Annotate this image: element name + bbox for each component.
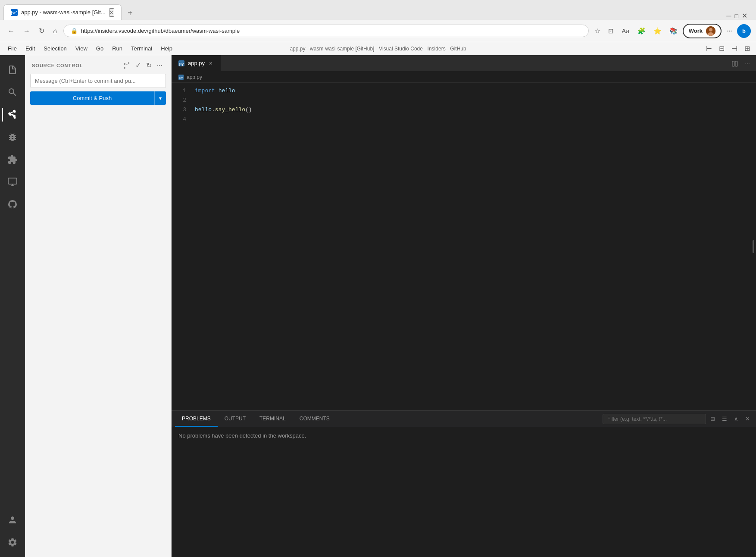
panel-area: PROBLEMS OUTPUT TERMINAL COMMENTS ⊟ ☰ ∧ … (172, 410, 756, 557)
address-text: https://insiders.vscode.dev/github/dbaeu… (81, 28, 582, 34)
profile-avatar (706, 26, 715, 36)
svg-text:b: b (742, 28, 746, 34)
sidebar-action-check[interactable]: ✓ (134, 60, 143, 70)
commit-push-container: Commit & Push ▾ (30, 91, 166, 105)
commit-message-input[interactable] (30, 74, 166, 88)
nav-icons-right: ☆ ⊡ Aa 🧩 ⭐ 📚 Work ··· b (592, 24, 751, 38)
vscode-tab-icon: {'>'} (11, 9, 18, 16)
no-problems-message: No problems have been detected in the wo… (178, 432, 306, 439)
sidebar-action-branch[interactable] (122, 60, 132, 70)
activity-remote[interactable] (2, 172, 23, 192)
sidebar: SOURCE CONTROL ✓ ↻ ··· Commit & Push ▾ (25, 55, 172, 557)
commit-push-button[interactable]: Commit & Push (30, 91, 154, 105)
sidebar-title: SOURCE CONTROL (32, 63, 83, 68)
nav-collections[interactable]: 📚 (667, 25, 680, 37)
svg-rect-15 (735, 61, 737, 66)
panel-tab-terminal[interactable]: TERMINAL (253, 411, 293, 427)
browser-tab-title: app.py - wasm-wasi-sample [Git... (21, 9, 106, 16)
nav-split[interactable]: ⊡ (606, 25, 616, 37)
nav-back[interactable]: ← (5, 25, 17, 37)
breadcrumb-file[interactable]: py app.py (178, 74, 202, 80)
sidebar-action-more[interactable]: ··· (155, 60, 164, 70)
menu-file[interactable]: File (3, 44, 21, 53)
panel-tab-comments[interactable]: COMMENTS (293, 411, 337, 427)
panel-tab-actions: ⊟ ☰ ∧ ✕ (603, 411, 753, 427)
nav-refresh[interactable]: ↻ (36, 25, 47, 37)
layout-sidebar-toggle[interactable]: ⊢ (703, 44, 715, 53)
activity-explorer[interactable] (2, 59, 23, 80)
code-line-4: 4 (172, 115, 756, 124)
code-editor[interactable]: 1 import hello 2 3 hello.say_hello() 4 (172, 83, 756, 410)
nav-favorites[interactable]: ⭐ (651, 25, 664, 37)
commit-push-dropdown[interactable]: ▾ (154, 91, 166, 105)
new-tab-button[interactable]: + (123, 6, 137, 20)
nav-home[interactable]: ⌂ (50, 25, 60, 37)
activity-settings[interactable] (2, 532, 23, 553)
svg-rect-14 (732, 61, 734, 66)
panel-content: No problems have been detected in the wo… (172, 427, 756, 557)
editor-tab-apppy[interactable]: py app.py × (172, 55, 221, 71)
bing-button[interactable]: b (737, 24, 751, 38)
menu-help[interactable]: Help (156, 44, 177, 53)
editor-tab-bar: py app.py × ··· (172, 55, 756, 72)
tab-split-editor[interactable] (729, 58, 740, 68)
panel-up-btn[interactable]: ∧ (731, 414, 741, 424)
work-profile[interactable]: Work (683, 24, 722, 38)
tab-more[interactable]: ··· (742, 58, 753, 69)
panel-close-btn[interactable]: ✕ (743, 414, 753, 424)
svg-point-6 (13, 111, 16, 113)
layout-more[interactable]: ⊞ (742, 44, 753, 53)
python-file-icon: py (178, 60, 184, 67)
editor-area: py app.py × ··· (172, 55, 756, 557)
code-line-3: 3 hello.say_hello() (172, 105, 756, 115)
window-minimize[interactable]: ─ (726, 12, 731, 20)
panel-collapse-btn[interactable]: ⊟ (708, 414, 718, 424)
layout-sidebar-right[interactable]: ⊣ (729, 44, 740, 53)
breadcrumb: py app.py (172, 72, 756, 83)
svg-text:py: py (179, 62, 184, 66)
vscode-container: SOURCE CONTROL ✓ ↻ ··· Commit & Push ▾ (0, 55, 756, 557)
activity-github[interactable] (2, 194, 23, 215)
menu-selection[interactable]: Selection (39, 44, 71, 53)
menu-run[interactable]: Run (108, 44, 127, 53)
nav-extensions[interactable]: 🧩 (635, 25, 648, 37)
menu-edit[interactable]: Edit (21, 44, 39, 53)
activity-search[interactable] (2, 82, 23, 103)
activity-extensions[interactable] (2, 149, 23, 170)
sidebar-action-refresh[interactable]: ↻ (144, 60, 153, 70)
nav-more[interactable]: ··· (724, 25, 734, 37)
menu-go[interactable]: Go (92, 44, 108, 53)
scroll-indicator (753, 240, 754, 253)
svg-rect-9 (8, 178, 17, 184)
layout-panel-toggle[interactable]: ⊟ (716, 44, 727, 53)
menu-bar: File Edit Selection View Go Run Terminal… (0, 42, 756, 55)
address-bar[interactable]: 🔒 https://insiders.vscode.dev/github/dba… (63, 25, 589, 37)
browser-tab-close[interactable]: × (109, 8, 114, 17)
svg-point-8 (13, 117, 16, 119)
activity-debug[interactable] (2, 127, 23, 147)
activity-account[interactable] (2, 510, 23, 530)
panel-filter-input[interactable] (603, 414, 706, 424)
nav-forward[interactable]: → (21, 25, 33, 37)
window-close[interactable]: ✕ (742, 12, 747, 20)
menu-view[interactable]: View (71, 44, 92, 53)
menu-terminal[interactable]: Terminal (127, 44, 156, 53)
panel-tab-bar: PROBLEMS OUTPUT TERMINAL COMMENTS ⊟ ☰ ∧ … (172, 411, 756, 427)
tab-bar-actions: ··· (729, 55, 756, 71)
panel-tab-problems[interactable]: PROBLEMS (175, 411, 218, 427)
browser-tab-bar: {'>'} app.py - wasm-wasi-sample [Git... … (0, 0, 756, 20)
panel-list-btn[interactable]: ☰ (719, 414, 730, 424)
browser-nav: ← → ↻ ⌂ 🔒 https://insiders.vscode.dev/gi… (0, 20, 756, 42)
panel-tab-output[interactable]: OUTPUT (218, 411, 253, 427)
activity-source-control[interactable] (2, 104, 23, 125)
browser-tab-active[interactable]: {'>'} app.py - wasm-wasi-sample [Git... … (3, 4, 122, 20)
browser-chrome: {'>'} app.py - wasm-wasi-sample [Git... … (0, 0, 756, 55)
nav-bookmark[interactable]: ☆ (592, 25, 603, 37)
work-label: Work (689, 28, 703, 34)
window-title: app.py - wasm-wasi-sample [GitHub] - Vis… (254, 46, 503, 52)
window-maximize[interactable]: □ (735, 13, 738, 19)
svg-point-7 (9, 114, 11, 116)
activity-bar (0, 55, 25, 557)
nav-aa[interactable]: Aa (619, 25, 632, 36)
editor-tab-close[interactable]: × (208, 60, 213, 67)
